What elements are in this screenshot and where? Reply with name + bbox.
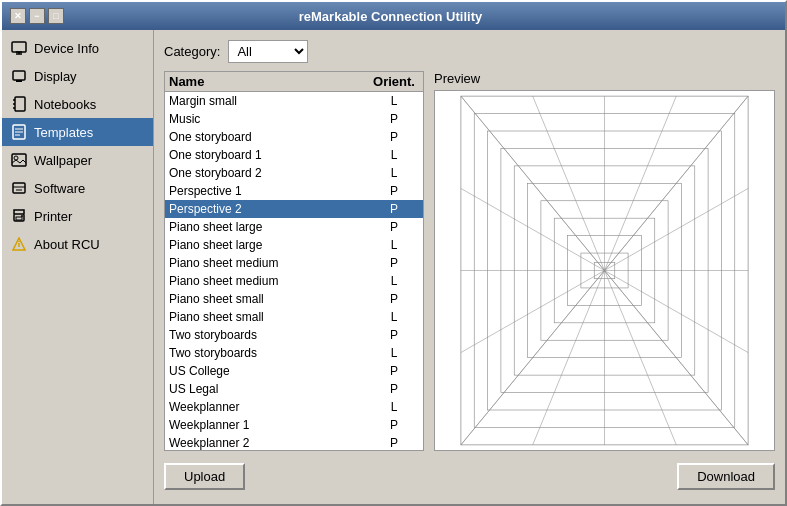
printer-icon xyxy=(10,207,28,225)
content-area: Device InfoDisplayNotebooksTemplatesWall… xyxy=(2,30,785,504)
template-name: One storyboard 2 xyxy=(169,166,369,180)
sidebar-item-label: Software xyxy=(34,181,85,196)
preview-label: Preview xyxy=(434,71,775,86)
sidebar-item-about[interactable]: About RCU xyxy=(2,230,153,258)
list-header: Name Orient. xyxy=(165,72,423,92)
preview-section: Preview xyxy=(434,71,775,451)
sidebar-item-label: Notebooks xyxy=(34,97,96,112)
template-list-row[interactable]: Weekplanner 2P xyxy=(165,434,423,450)
template-name: Piano sheet medium xyxy=(169,256,369,270)
sidebar-item-software[interactable]: Software xyxy=(2,174,153,202)
template-name: US College xyxy=(169,364,369,378)
sidebar-item-wallpaper[interactable]: Wallpaper xyxy=(2,146,153,174)
svg-rect-0 xyxy=(12,42,26,52)
template-list-row[interactable]: One storyboard 2L xyxy=(165,164,423,182)
template-name: Piano sheet small xyxy=(169,292,369,306)
sidebar-item-label: About RCU xyxy=(34,237,100,252)
template-orient: P xyxy=(369,184,419,198)
maximize-button[interactable]: □ xyxy=(48,8,64,24)
template-orient: L xyxy=(369,274,419,288)
templates-icon xyxy=(10,123,28,141)
template-list-row[interactable]: One storyboard 1L xyxy=(165,146,423,164)
middle-row: Name Orient. Margin smallLMusicPOne stor… xyxy=(164,71,775,451)
category-select[interactable]: AllCustomGridsLinesMusicStoryboard xyxy=(228,40,308,63)
window-title: reMarkable Connection Utility xyxy=(64,9,717,24)
template-name: Two storyboards xyxy=(169,328,369,342)
titlebar: ✕ − □ reMarkable Connection Utility xyxy=(2,2,785,30)
category-label: Category: xyxy=(164,44,220,59)
template-list-row[interactable]: Margin smallL xyxy=(165,92,423,110)
template-list-row[interactable]: Perspective 2P xyxy=(165,200,423,218)
template-orient: L xyxy=(369,94,419,108)
minimize-button[interactable]: − xyxy=(29,8,45,24)
software-icon xyxy=(10,179,28,197)
template-name: One storyboard 1 xyxy=(169,148,369,162)
template-list-row[interactable]: One storyboardP xyxy=(165,128,423,146)
template-orient: L xyxy=(369,148,419,162)
template-name: Two storyboards xyxy=(169,346,369,360)
template-list-row[interactable]: US LegalP xyxy=(165,380,423,398)
template-orient: P xyxy=(369,256,419,270)
template-orient: P xyxy=(369,328,419,342)
svg-point-21 xyxy=(21,215,23,217)
main-window: ✕ − □ reMarkable Connection Utility Devi… xyxy=(0,0,787,506)
template-list[interactable]: Margin smallLMusicPOne storyboardPOne st… xyxy=(165,92,423,450)
template-list-row[interactable]: Piano sheet largeL xyxy=(165,236,423,254)
sidebar-item-templates[interactable]: Templates xyxy=(2,118,153,146)
sidebar-item-display[interactable]: Display xyxy=(2,62,153,90)
template-name: US Legal xyxy=(169,382,369,396)
template-list-row[interactable]: WeekplannerL xyxy=(165,398,423,416)
sidebar: Device InfoDisplayNotebooksTemplatesWall… xyxy=(2,30,154,504)
template-list-row[interactable]: Perspective 1P xyxy=(165,182,423,200)
template-orient: L xyxy=(369,238,419,252)
template-name: Piano sheet large xyxy=(169,220,369,234)
template-name: Perspective 2 xyxy=(169,202,369,216)
template-orient: P xyxy=(369,364,419,378)
col-orient-header: Orient. xyxy=(369,74,419,89)
perspective-grid-svg xyxy=(435,91,774,450)
template-orient: P xyxy=(369,112,419,126)
template-list-row[interactable]: Weekplanner 1P xyxy=(165,416,423,434)
template-list-row[interactable]: Two storyboardsL xyxy=(165,344,423,362)
download-button[interactable]: Download xyxy=(677,463,775,490)
sidebar-item-printer[interactable]: Printer xyxy=(2,202,153,230)
template-name: One storyboard xyxy=(169,130,369,144)
template-name: Music xyxy=(169,112,369,126)
about-icon xyxy=(10,235,28,253)
template-list-row[interactable]: Piano sheet mediumP xyxy=(165,254,423,272)
template-list-section: Name Orient. Margin smallLMusicPOne stor… xyxy=(164,71,424,451)
sidebar-item-label: Device Info xyxy=(34,41,99,56)
template-orient: P xyxy=(369,202,419,216)
template-orient: L xyxy=(369,166,419,180)
template-name: Piano sheet small xyxy=(169,310,369,324)
template-list-row[interactable]: Piano sheet largeP xyxy=(165,218,423,236)
close-button[interactable]: ✕ xyxy=(10,8,26,24)
svg-point-24 xyxy=(18,241,20,243)
template-orient: P xyxy=(369,382,419,396)
template-orient: L xyxy=(369,400,419,414)
template-list-row[interactable]: Piano sheet mediumL xyxy=(165,272,423,290)
sidebar-item-label: Printer xyxy=(34,209,72,224)
template-name: Margin small xyxy=(169,94,369,108)
col-name-header: Name xyxy=(169,74,369,89)
sidebar-item-label: Display xyxy=(34,69,77,84)
template-list-row[interactable]: US CollegeP xyxy=(165,362,423,380)
upload-button[interactable]: Upload xyxy=(164,463,245,490)
template-orient: P xyxy=(369,130,419,144)
titlebar-buttons: ✕ − □ xyxy=(10,8,64,24)
sidebar-item-notebooks[interactable]: Notebooks xyxy=(2,90,153,118)
template-orient: P xyxy=(369,436,419,450)
wallpaper-icon xyxy=(10,151,28,169)
display-icon xyxy=(10,67,28,85)
svg-rect-16 xyxy=(13,183,25,193)
sidebar-item-label: Wallpaper xyxy=(34,153,92,168)
template-list-row[interactable]: MusicP xyxy=(165,110,423,128)
preview-canvas xyxy=(434,90,775,451)
template-list-row[interactable]: Piano sheet smallL xyxy=(165,308,423,326)
template-list-row[interactable]: Two storyboardsP xyxy=(165,326,423,344)
sidebar-item-device-info[interactable]: Device Info xyxy=(2,34,153,62)
template-name: Perspective 1 xyxy=(169,184,369,198)
svg-rect-4 xyxy=(13,71,25,80)
template-list-row[interactable]: Piano sheet smallP xyxy=(165,290,423,308)
template-orient: P xyxy=(369,220,419,234)
